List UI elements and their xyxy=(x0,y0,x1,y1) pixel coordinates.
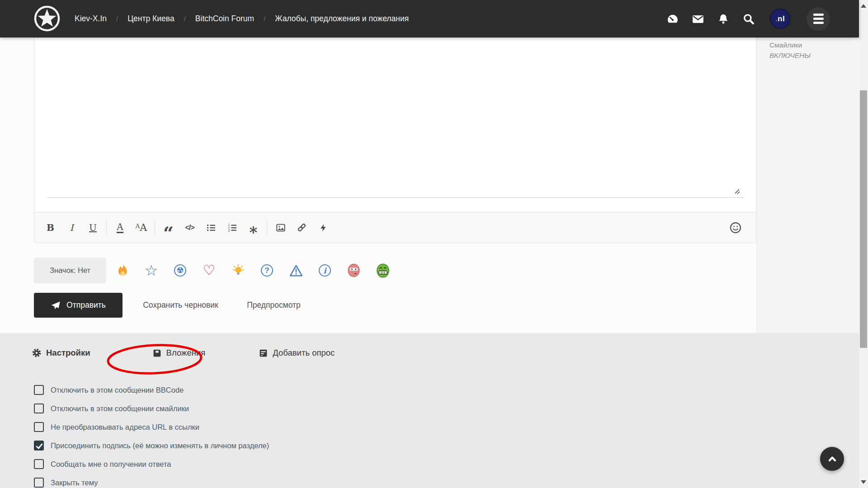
insert-link-button[interactable] xyxy=(291,218,312,238)
text-color-button[interactable]: A xyxy=(109,218,131,238)
heart-badge-icon[interactable]: ♡ xyxy=(202,263,216,277)
checkbox-disable-bbcode[interactable]: Отключить в этом сообщении BBCode xyxy=(34,384,269,396)
font-size-button[interactable]: AA xyxy=(131,218,152,238)
thread-badge-row: Значок: Нет ☆ ☢ ♡ xyxy=(34,258,390,283)
underline-button[interactable]: U xyxy=(82,218,104,238)
checkbox-box[interactable] xyxy=(34,404,44,413)
checkbox-notify-reply[interactable]: Сообщать мне о получении ответа xyxy=(34,458,269,470)
avatar-name: nl xyxy=(778,14,785,23)
scrollbar-down-arrow[interactable] xyxy=(861,480,866,484)
textarea-resize-handle[interactable] xyxy=(734,188,741,197)
sidebar-panel: Смайлики ВКЛЮЧЕНЫ xyxy=(757,38,859,333)
attachments-tab-label: Вложения xyxy=(166,348,206,358)
code-button[interactable]: </> xyxy=(179,218,200,238)
dashboard-icon[interactable] xyxy=(666,12,679,26)
checkbox-label: Сообщать мне о получении ответа xyxy=(51,460,171,469)
bold-button[interactable]: B xyxy=(40,218,61,238)
navbar-actions: .nl xyxy=(666,7,830,31)
messages-icon[interactable] xyxy=(691,12,705,26)
preview-button[interactable]: Предпросмотр xyxy=(239,300,309,310)
badge-select-button[interactable]: Значок: Нет xyxy=(34,258,106,283)
breadcrumb: Kiev-X.In / Центр Киева / BitchCoin Foru… xyxy=(75,14,409,23)
toolbar-divider xyxy=(267,220,267,235)
paper-plane-icon xyxy=(51,300,61,310)
scroll-to-top-button[interactable] xyxy=(820,447,844,471)
breadcrumb-current-section[interactable]: Жалобы, предложения и пожелания xyxy=(275,14,409,23)
info-glyph: i xyxy=(319,264,331,277)
save-disk-icon xyxy=(152,348,162,358)
alerts-bell-icon[interactable] xyxy=(717,12,730,26)
checkbox-attach-signature[interactable]: Присоединить подпись (её можно изменять … xyxy=(34,439,269,452)
attachments-highlight-annotation xyxy=(104,341,205,377)
scrollbar-thumb[interactable] xyxy=(860,90,867,348)
mad-smiley-badge-icon[interactable] xyxy=(347,263,361,277)
scrollbar-up-arrow[interactable] xyxy=(861,4,866,8)
attachments-tab[interactable]: Вложения xyxy=(152,348,206,358)
badge-icon-list: ☆ ☢ ♡ ? xyxy=(115,263,390,277)
add-poll-tab-label: Добавить опрос xyxy=(273,348,335,358)
post-option-checkboxes: Отключить в этом сообщении BBCode Отключ… xyxy=(34,384,269,488)
menu-hamburger-icon[interactable] xyxy=(807,7,830,31)
breadcrumb-separator: / xyxy=(264,15,265,23)
checkbox-close-thread[interactable]: Закрыть тему xyxy=(34,476,269,488)
lightbulb-badge-icon[interactable] xyxy=(231,263,245,277)
quote-button[interactable]: “ xyxy=(158,218,179,238)
insert-media-button[interactable] xyxy=(312,218,334,238)
page-scrollbar[interactable] xyxy=(859,0,868,488)
checkbox-box[interactable] xyxy=(34,385,44,395)
star-logo-icon xyxy=(33,5,61,32)
question-glyph: ? xyxy=(261,264,273,277)
nuclear-badge-icon[interactable]: ☢ xyxy=(173,263,187,277)
text-color-glyph: A xyxy=(117,222,123,233)
smilies-label: Смайлики xyxy=(769,40,859,50)
checkbox-no-url-parse[interactable]: Не преобразовывать адреса URL в ссылки xyxy=(34,421,269,433)
font-size-large-glyph: A xyxy=(140,222,147,233)
settings-tab-label: Настройки xyxy=(46,348,90,358)
save-draft-button[interactable]: Сохранить черновик xyxy=(132,300,229,310)
forum-post-editor-page: Kiev-X.In / Центр Киева / BitchCoin Foru… xyxy=(0,0,868,488)
editor-toolbar: B I U A AA “ </> 1 2 3 xyxy=(34,212,756,243)
checkbox-label: Не преобразовывать адреса URL в ссылки xyxy=(51,423,199,432)
checkbox-box[interactable] xyxy=(34,459,44,469)
navbar: Kiev-X.In / Центр Киева / BitchCoin Foru… xyxy=(0,0,859,38)
breadcrumb-category[interactable]: Центр Киева xyxy=(127,14,175,23)
star-badge-icon[interactable]: ☆ xyxy=(144,263,158,277)
add-poll-tab[interactable]: Добавить опрос xyxy=(259,348,335,358)
smilies-button[interactable] xyxy=(725,218,746,238)
message-editor: B I U A AA “ </> 1 2 3 xyxy=(34,38,756,243)
question-badge-icon[interactable]: ? xyxy=(260,263,274,277)
user-avatar[interactable]: .nl xyxy=(770,9,790,29)
search-icon[interactable] xyxy=(742,12,755,26)
site-logo[interactable] xyxy=(33,5,61,32)
breadcrumb-home[interactable]: Kiev-X.In xyxy=(75,14,107,23)
svg-text:3: 3 xyxy=(228,229,230,232)
gear-icon xyxy=(32,348,42,358)
info-badge-icon[interactable]: i xyxy=(318,263,332,277)
italic-button[interactable]: I xyxy=(61,218,82,238)
unordered-list-button[interactable] xyxy=(200,218,222,238)
checkbox-label: Отключить в этом сообщении BBCode xyxy=(51,386,184,394)
toolbar-divider xyxy=(155,220,155,235)
checkbox-box[interactable] xyxy=(34,478,44,488)
message-textarea[interactable] xyxy=(47,38,744,198)
font-size-small-glyph: A xyxy=(136,223,140,232)
ordered-list-button[interactable]: 1 2 3 xyxy=(222,218,243,238)
checkbox-box[interactable] xyxy=(34,422,44,432)
checkbox-disable-smilies[interactable]: Отключить в этом сообщении смайлики xyxy=(34,402,269,415)
green-grin-badge-icon[interactable] xyxy=(376,263,390,277)
spoiler-asterisk-button[interactable]: * xyxy=(243,218,264,238)
checkbox-box[interactable] xyxy=(34,441,44,450)
settings-tab[interactable]: Настройки xyxy=(32,348,90,358)
options-tabs-row: Настройки Вложения Добавить опрос xyxy=(32,348,335,358)
submit-label: Отправить xyxy=(66,300,106,310)
checkbox-label: Присоединить подпись (её можно изменять … xyxy=(51,441,269,450)
breadcrumb-separator: / xyxy=(116,15,118,23)
insert-image-button[interactable] xyxy=(270,218,291,238)
submit-button[interactable]: Отправить xyxy=(34,293,123,318)
warning-badge-icon[interactable] xyxy=(289,263,303,277)
breadcrumb-separator: / xyxy=(184,15,186,23)
fire-badge-icon[interactable] xyxy=(115,263,129,277)
chevron-up-icon xyxy=(826,453,838,465)
breadcrumb-forum[interactable]: BitchCoin Forum xyxy=(195,14,254,23)
toolbar-divider xyxy=(106,220,107,235)
